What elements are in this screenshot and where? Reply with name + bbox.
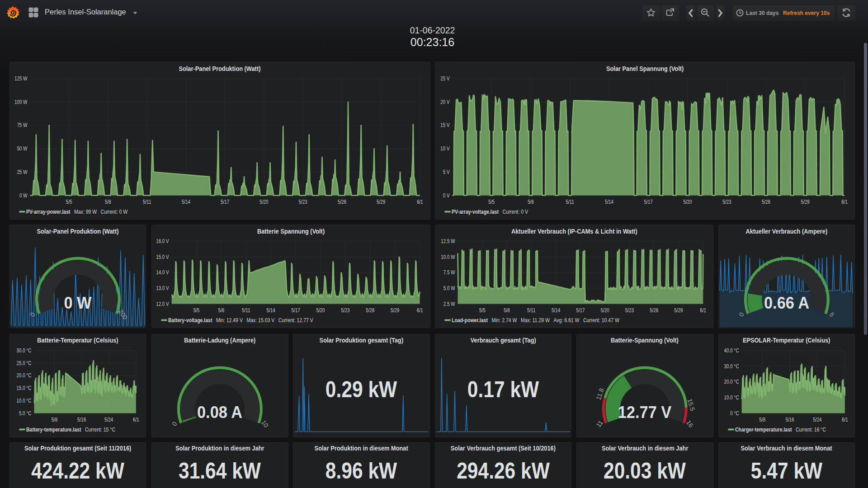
svg-text:5/29: 5/29 [377,199,385,205]
svg-text:5/23: 5/23 [625,307,634,314]
svg-text:10.0 °C: 10.0 °C [16,397,31,404]
svg-text:5/26: 5/26 [366,307,374,314]
svg-text:6/1: 6/1 [417,307,423,314]
svg-text:13.0 V: 13.0 V [156,285,169,291]
svg-text:5/23: 5/23 [341,307,349,314]
svg-text:5/17: 5/17 [292,307,300,314]
svg-text:7.5 W: 7.5 W [443,269,455,276]
svg-text:10.0 °C: 10.0 °C [724,394,739,400]
svg-text:Max: 11.29 W: Max: 11.29 W [521,317,550,324]
svg-text:5/23: 5/23 [722,199,731,205]
svg-text:Avg: 6.61 W: Avg: 6.61 W [553,317,579,324]
svg-text:Current: 15 °C: Current: 15 °C [85,427,115,433]
svg-text:14.0 V: 14.0 V [156,269,169,276]
svg-text:6/1: 6/1 [841,199,848,205]
svg-text:5 V: 5 V [443,169,450,175]
svg-text:15 V: 15 V [440,122,449,128]
svg-text:5/26: 5/26 [650,307,658,314]
svg-text:10.0 W: 10.0 W [441,254,455,260]
svg-text:5/24: 5/24 [104,416,113,422]
svg-text:6/1: 6/1 [700,307,706,314]
svg-text:12.5 W: 12.5 W [441,238,455,244]
svg-text:5/5: 5/5 [488,199,495,205]
svg-text:5/20: 5/20 [316,307,325,314]
svg-text:5/24: 5/24 [813,416,821,422]
svg-text:25 V: 25 V [440,75,449,82]
svg-text:5/8: 5/8 [528,199,534,205]
svg-text:20.0 °C: 20.0 °C [724,379,739,385]
svg-text:5/5: 5/5 [479,307,486,314]
svg-text:30.0 °C: 30.0 °C [16,347,31,354]
svg-text:5/20: 5/20 [683,199,692,205]
svg-text:75 W: 75 W [17,122,28,128]
svg-text:5/29: 5/29 [674,307,683,314]
svg-text:Max: 15.03 V: Max: 15.03 V [246,317,274,324]
svg-text:Charger-temperature.last: Charger-temperature.last [735,427,792,433]
svg-text:Current: 16 °C: Current: 16 °C [796,427,826,433]
svg-text:12.0 V: 12.0 V [156,301,169,307]
svg-text:5/29: 5/29 [801,199,810,205]
svg-text:5/14: 5/14 [181,199,190,205]
svg-text:Max: 99 W: Max: 99 W [74,209,97,215]
svg-text:5/17: 5/17 [576,307,585,314]
svg-text:5/8: 5/8 [51,416,57,422]
svg-text:PV-array-voltage.last: PV-array-voltage.last [452,209,499,215]
svg-text:5/17: 5/17 [644,199,653,205]
svg-text:2.5 W: 2.5 W [443,301,455,307]
svg-text:5/20: 5/20 [601,307,609,314]
svg-text:PV-array-power.last: PV-array-power.last [26,209,71,215]
svg-text:0 V: 0 V [443,192,450,199]
svg-text:5/16: 5/16 [785,416,794,422]
svg-text:5/14: 5/14 [605,199,613,205]
svg-text:0 °C: 0 °C [730,410,739,416]
svg-text:100 W: 100 W [14,99,28,105]
svg-text:5/5: 5/5 [66,199,72,205]
svg-text:Battery-voltage.last: Battery-voltage.last [168,317,212,324]
svg-text:5/8: 5/8 [759,416,765,422]
svg-text:Battery-temperature.last: Battery-temperature.last [26,427,81,433]
svg-text:125 W: 125 W [14,75,28,82]
svg-text:5/14: 5/14 [267,307,275,314]
svg-text:5/16: 5/16 [77,416,86,422]
svg-text:6/1: 6/1 [133,416,139,422]
svg-text:5/8: 5/8 [504,307,510,314]
svg-text:Current: 0 W: Current: 0 W [100,209,127,215]
svg-text:5/8: 5/8 [105,199,111,205]
svg-text:5/11: 5/11 [242,307,250,314]
svg-text:Current: 12.77 V: Current: 12.77 V [278,317,314,324]
svg-text:5/5: 5/5 [193,307,200,314]
svg-text:0 W: 0 W [19,192,27,199]
svg-text:Load-power.last: Load-power.last [452,317,488,324]
svg-text:25 W: 25 W [17,169,28,175]
svg-text:5/29: 5/29 [391,307,399,314]
svg-text:6/1: 6/1 [841,416,848,422]
svg-text:5/17: 5/17 [221,199,229,205]
svg-text:20.0 °C: 20.0 °C [16,372,31,379]
svg-text:Current: 0 V: Current: 0 V [502,209,528,215]
svg-text:6/1: 6/1 [417,199,423,205]
svg-text:40.0 °C: 40.0 °C [724,347,739,354]
svg-text:10 V: 10 V [440,145,449,152]
svg-text:20 V: 20 V [440,99,449,105]
svg-text:5/11: 5/11 [143,199,151,205]
svg-text:Min: 12.49 V: Min: 12.49 V [216,317,243,324]
svg-text:30.0 °C: 30.0 °C [724,363,739,369]
svg-text:5.0 W: 5.0 W [443,285,455,291]
svg-text:16.0 V: 16.0 V [156,238,169,244]
svg-text:5/26: 5/26 [762,199,770,205]
svg-text:15.0 V: 15.0 V [156,254,169,260]
svg-text:5/11: 5/11 [566,199,575,205]
svg-text:5/20: 5/20 [259,199,268,205]
svg-text:Current: 10.47 W: Current: 10.47 W [583,317,619,324]
svg-text:5.0 °C: 5.0 °C [19,410,31,416]
svg-text:50 W: 50 W [17,145,28,152]
svg-text:25.0 °C: 25.0 °C [16,360,31,366]
svg-text:15.0 °C: 15.0 °C [16,385,31,391]
svg-text:5/14: 5/14 [552,307,560,314]
svg-text:Min: 2.74 W: Min: 2.74 W [491,317,517,324]
svg-text:5/8: 5/8 [218,307,225,314]
svg-text:5/11: 5/11 [527,307,536,314]
svg-text:5/23: 5/23 [298,199,307,205]
svg-text:5/26: 5/26 [337,199,346,205]
